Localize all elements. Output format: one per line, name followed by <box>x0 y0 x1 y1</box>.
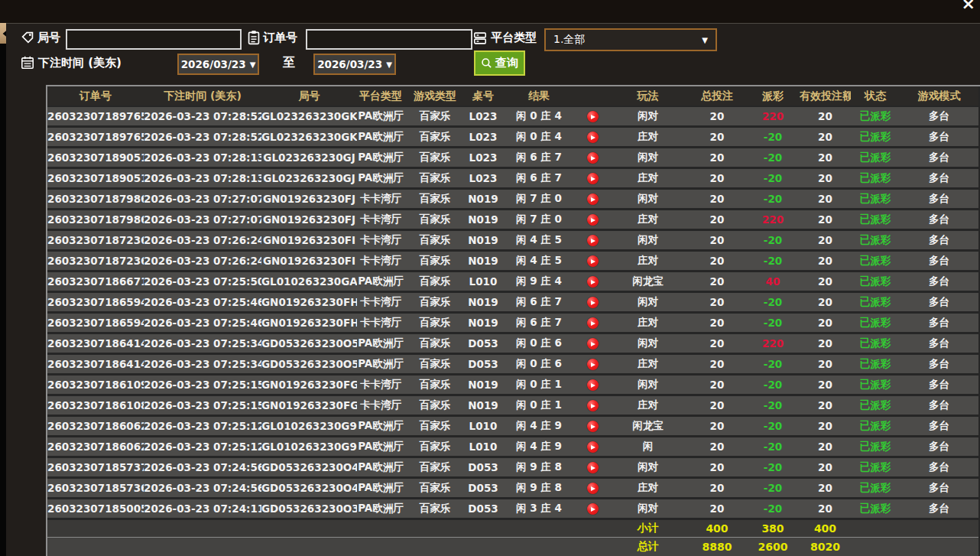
cell-status: 已派彩 <box>851 354 900 375</box>
play-icon[interactable] <box>587 359 599 370</box>
cell-valid-bet: 20 <box>800 148 851 168</box>
play-icon[interactable] <box>587 483 599 494</box>
play-icon[interactable] <box>587 400 599 411</box>
col-header-status: 状态 <box>851 86 900 106</box>
play-icon[interactable] <box>587 441 599 453</box>
cell-bet-type: 闲对 <box>608 457 688 478</box>
cell-order-id: 260323071860627 <box>47 437 144 457</box>
play-icon[interactable] <box>587 173 599 184</box>
play-icon[interactable] <box>587 317 599 329</box>
date-from-select[interactable]: 2026/03/23 ▼ <box>177 54 259 75</box>
cell-valid-bet: 20 <box>800 354 851 375</box>
play-icon[interactable] <box>587 255 599 267</box>
cell-bet-type: 庄对 <box>608 251 688 271</box>
cell-table-no: N019 <box>466 230 501 251</box>
cell-total-bet: 20 <box>688 148 746 168</box>
cell-round-id: GL010263230G9 <box>261 416 357 437</box>
cell-game-type: 百家乐 <box>404 292 466 313</box>
cell-total-bet: 20 <box>688 437 746 457</box>
play-icon[interactable] <box>587 338 599 350</box>
play-icon[interactable] <box>587 462 599 473</box>
play-icon[interactable] <box>587 111 599 122</box>
cell-table-no: N019 <box>466 251 501 271</box>
cell-order-id: 260323071897659 <box>47 106 144 127</box>
cell-valid-bet: 20 <box>800 395 851 416</box>
cell-bet-type: 庄对 <box>608 313 688 333</box>
cell-status: 已派彩 <box>851 127 900 148</box>
cell-valid-bet: 20 <box>800 189 851 210</box>
cell-game-type: 百家乐 <box>404 210 466 230</box>
cell-order-id: 260323071879865 <box>47 189 144 210</box>
cell-total-bet: 20 <box>688 230 746 251</box>
subtotal-spacer-right <box>851 519 978 538</box>
cell-order-id: 260323071890519 <box>47 148 144 168</box>
cell-game-mode: 多台 <box>900 251 978 271</box>
round-id-input[interactable] <box>66 29 242 50</box>
cell-game-mode: 多台 <box>900 416 978 437</box>
cell-bet-type: 闲对 <box>608 333 688 354</box>
cell-table-no: D053 <box>466 354 501 375</box>
play-icon[interactable] <box>587 276 599 288</box>
order-id-input[interactable] <box>306 29 472 50</box>
cell-bet-type: 闲对 <box>608 375 688 395</box>
play-triangle <box>591 177 595 181</box>
cell-valid-bet: 20 <box>800 333 851 354</box>
play-triangle <box>591 218 595 223</box>
cell-game-type: 百家乐 <box>404 416 466 437</box>
cell-payout: 40 <box>746 271 800 292</box>
table-row: 260323071872366 2026-03-23 07:26:24 GN01… <box>47 230 978 251</box>
cell-game-mode: 多台 <box>900 375 978 395</box>
cell-game-mode: 多台 <box>900 168 978 189</box>
cell-bet-time: 2026-03-23 07:25:15 <box>144 395 261 416</box>
play-icon[interactable] <box>587 379 599 391</box>
col-header-bet-time: 下注时间 (美东) <box>144 86 261 106</box>
cell-round-id: GL010263230G9 <box>261 437 357 457</box>
cell-bet-time: 2026-03-23 07:26:24 <box>144 230 261 251</box>
cell-total-bet: 20 <box>688 106 746 127</box>
query-button[interactable]: 查询 <box>474 50 525 76</box>
cell-payout: -20 <box>746 230 800 251</box>
date-to-select[interactable]: 2026/03/23 ▼ <box>313 54 396 75</box>
play-icon[interactable] <box>587 503 599 515</box>
cell-table-no: D053 <box>466 457 501 478</box>
cell-result: 闲 6 庄 7 <box>501 148 577 168</box>
cell-order-id: 260323071872365 <box>47 251 144 271</box>
cell-payout: -20 <box>746 375 800 395</box>
cell-bet-time: 2026-03-23 07:25:34 <box>144 333 261 354</box>
play-icon[interactable] <box>587 235 599 246</box>
play-icon[interactable] <box>587 214 599 226</box>
cell-platform: PA欧洲厅 <box>357 478 404 499</box>
cell-status: 已派彩 <box>851 251 900 271</box>
platform-type-select[interactable]: 1.全部 ▼ <box>544 28 717 51</box>
play-icon[interactable] <box>587 297 599 308</box>
cell-round-id: GD053263230O4 <box>261 457 357 478</box>
cell-replay <box>577 354 608 375</box>
cell-result: 闲 0 庄 4 <box>501 127 577 148</box>
subtotal-total-bet: 400 <box>688 519 746 538</box>
clipboard-icon <box>246 30 261 45</box>
chevron-down-icon: ▼ <box>250 60 256 69</box>
play-icon[interactable] <box>587 421 599 432</box>
cell-result: 闲 0 庄 6 <box>501 333 577 354</box>
subtotal-label: 小计 <box>608 519 688 538</box>
cell-bet-time: 2026-03-23 07:28:13 <box>144 168 261 189</box>
grand-total-spacer <box>47 538 608 556</box>
cell-round-id: GN019263230FI <box>261 251 357 271</box>
table-row: 260323071879865 2026-03-23 07:27:07 GN01… <box>47 189 978 210</box>
table-row: 260323071872365 2026-03-23 07:26:24 GN01… <box>47 251 978 271</box>
cell-status: 已派彩 <box>851 416 900 437</box>
cell-bet-time: 2026-03-23 07:25:34 <box>144 354 261 375</box>
close-icon[interactable]: × <box>962 0 975 12</box>
cell-replay <box>577 148 608 168</box>
play-icon[interactable] <box>587 132 599 143</box>
cell-bet-time: 2026-03-23 07:25:12 <box>144 437 261 457</box>
play-icon[interactable] <box>587 152 599 164</box>
play-triangle <box>591 197 595 202</box>
play-icon[interactable] <box>587 193 599 205</box>
col-header-platform: 平台类型 <box>357 86 404 106</box>
cell-game-mode: 多台 <box>900 478 978 499</box>
cell-valid-bet: 20 <box>800 478 851 499</box>
cell-payout: -20 <box>746 127 800 148</box>
cell-platform: PA欧洲厅 <box>357 127 404 148</box>
cell-replay <box>577 375 608 395</box>
